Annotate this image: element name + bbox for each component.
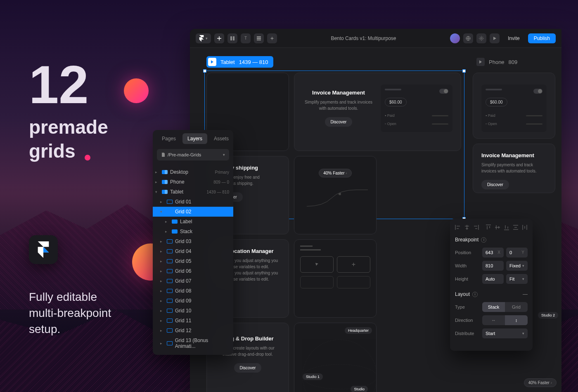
tab-pages[interactable]: Pages [157, 133, 181, 144]
publish-button[interactable]: Publish [528, 33, 556, 43]
tab-layers[interactable]: Layers [182, 133, 207, 144]
breakpoint-header-phone[interactable]: Phone 809 [475, 56, 522, 68]
type-stack-button[interactable]: Stack [482, 302, 505, 312]
layer-row[interactable]: ▸Grid 05 [153, 256, 233, 266]
position-x-input[interactable]: 643X [482, 248, 504, 257]
expand-arrow-icon[interactable]: ▸ [160, 200, 164, 204]
expand-arrow-icon[interactable]: ▾ [155, 190, 159, 194]
height-input[interactable]: Auto [482, 274, 504, 284]
layer-row[interactable]: ▸Grid 13 (Bonus Animati... [153, 335, 233, 351]
expand-arrow-icon[interactable]: ▸ [160, 341, 164, 345]
card-wireframe[interactable]: + [294, 239, 377, 318]
add-placeholder[interactable]: + [337, 256, 370, 273]
layer-type-icon [167, 239, 173, 243]
layer-row[interactable]: ▸Grid 08 [153, 286, 233, 296]
expand-arrow-icon[interactable]: ▸ [160, 259, 164, 263]
expand-arrow-icon[interactable]: ▸ [165, 229, 169, 234]
expand-arrow-icon[interactable]: ▸ [155, 170, 159, 174]
phone-column: $60.00 ▪ Paid ▫ Open Invoice Management … [473, 73, 555, 198]
toggle[interactable] [533, 89, 542, 94]
card-invoice-phone[interactable]: $60.00 ▪ Paid ▫ Open [473, 73, 555, 139]
height-mode-select[interactable]: Fit▾ [506, 274, 528, 284]
width-input[interactable]: 810 [482, 261, 504, 271]
layer-row[interactable]: ▸Stack [153, 227, 233, 236]
expand-arrow-icon[interactable]: ▸ [160, 299, 164, 303]
chevron-down-icon: ▾ [206, 36, 208, 40]
layer-row[interactable]: ▸Grid 07 [153, 276, 233, 286]
layer-row[interactable]: ▸Phone809 — 0 [153, 177, 233, 187]
expand-arrow-icon[interactable]: ▸ [165, 220, 169, 224]
align-top-button[interactable] [486, 224, 491, 231]
actions-button[interactable] [267, 33, 277, 43]
globe-button[interactable] [463, 33, 473, 43]
expand-arrow-icon[interactable]: ▸ [160, 289, 164, 293]
distribute-h-button[interactable] [522, 224, 528, 231]
expand-arrow-icon[interactable]: ▸ [160, 279, 164, 283]
expand-arrow-icon[interactable]: ▸ [160, 309, 164, 313]
layer-row[interactable]: ▸Grid 01 [153, 197, 233, 207]
expand-arrow-icon[interactable]: ▸ [160, 328, 164, 333]
discover-button[interactable]: Discover [481, 180, 509, 189]
layer-row[interactable]: ▸Grid 06 [153, 266, 233, 276]
info-icon[interactable]: i [472, 292, 478, 297]
type-segmented: Stack Grid [482, 302, 528, 312]
app-menu-button[interactable]: ▾ [196, 33, 211, 43]
layer-row[interactable]: ▸Label [153, 217, 233, 227]
label-direction: Direction [455, 318, 480, 323]
discover-button[interactable]: Discover [234, 363, 262, 373]
toggle[interactable] [439, 89, 448, 94]
width-mode-select[interactable]: Fixed▾ [506, 261, 528, 271]
info-icon[interactable]: i [481, 237, 486, 243]
tab-assets[interactable]: Assets [209, 133, 233, 144]
resize-handle[interactable] [462, 69, 466, 73]
layer-row[interactable]: ▸Grid 03 [153, 236, 233, 246]
align-center-h-button[interactable] [464, 224, 470, 231]
expand-arrow-icon[interactable]: ▸ [160, 239, 164, 243]
add-button[interactable] [214, 33, 224, 43]
direction-vertical-button[interactable]: ↕ [505, 315, 528, 325]
discover-button[interactable]: Discover [325, 117, 353, 127]
play-icon [493, 36, 497, 40]
expand-arrow-icon[interactable]: ▸ [155, 180, 159, 184]
card-invoice[interactable]: Invoice Management Simplify payments and… [294, 73, 461, 151]
invoice-widget: $60.00 ▪ Paid ▫ Open [481, 85, 547, 132]
card-invoice-text-phone[interactable]: Invoice Management Simplify payments and… [473, 144, 555, 193]
expand-arrow-icon[interactable]: ▾ [160, 210, 164, 214]
expand-arrow-icon[interactable]: ▸ [160, 269, 164, 273]
distribute-v-button[interactable] [513, 224, 519, 231]
layer-row[interactable]: ▸Grid 10 [153, 306, 233, 316]
layer-row[interactable]: ▾Tablet1439 — 810 [153, 187, 233, 197]
layer-row[interactable]: ▸Grid 04 [153, 246, 233, 256]
layer-row[interactable]: ▸DesktopPrimary [153, 167, 233, 177]
direction-horizontal-button[interactable]: ↔ [482, 315, 505, 325]
distribute-select[interactable]: Start▾ [482, 328, 528, 338]
layout-button[interactable] [227, 33, 237, 43]
text-button[interactable]: T [241, 33, 251, 43]
layer-meta: 809 — 0 [213, 180, 229, 184]
collapse-button[interactable]: — [523, 291, 528, 297]
card-faster[interactable]: 40% Faster › [294, 156, 377, 234]
card-globe[interactable]: Headquarter Studio 1 Studio [294, 323, 377, 392]
settings-button[interactable] [476, 33, 486, 43]
align-bottom-button[interactable] [504, 224, 509, 231]
layer-type-icon [167, 259, 173, 263]
layer-row[interactable]: ▸Grid 12 [153, 326, 233, 335]
preview-button[interactable] [490, 33, 500, 43]
layer-row[interactable]: ▸Grid 09 [153, 296, 233, 306]
type-grid-button[interactable]: Grid [505, 302, 528, 312]
breakpoint-header-tablet[interactable]: Tablet 1439 — 810 [206, 56, 273, 68]
align-center-v-button[interactable] [495, 224, 500, 231]
page-path-selector[interactable]: /Pre-made-Grids ▾ [157, 149, 229, 161]
user-avatar[interactable] [450, 33, 460, 43]
resize-handle[interactable] [203, 69, 206, 73]
align-right-button[interactable] [473, 224, 479, 231]
layer-row[interactable]: ▾Grid 02 [153, 207, 233, 217]
expand-arrow-icon[interactable]: ▸ [160, 249, 164, 253]
align-left-button[interactable] [455, 224, 461, 231]
layer-row[interactable]: ▸Grid 11 [153, 316, 233, 326]
expand-arrow-icon[interactable]: ▸ [160, 319, 164, 323]
cms-button[interactable] [254, 33, 264, 43]
direction-segmented: ↔ ↕ [482, 315, 528, 325]
position-y-input[interactable]: 0Y [506, 248, 528, 257]
invite-button[interactable]: Invite [503, 33, 525, 43]
